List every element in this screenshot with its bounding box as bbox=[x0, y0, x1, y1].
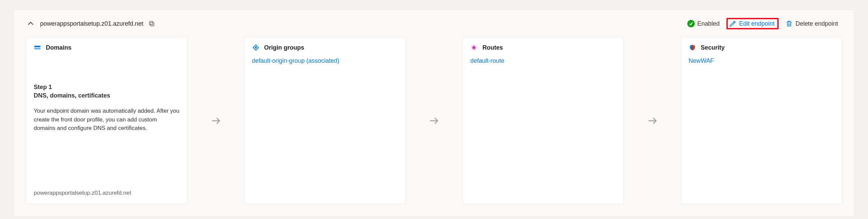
arrow-right-icon bbox=[210, 115, 221, 127]
check-circle-icon bbox=[687, 20, 695, 27]
origin-groups-body: default-origin-group (associated) bbox=[245, 56, 405, 204]
domains-card: Domains Step 1 DNS, domains, certificate… bbox=[26, 37, 187, 204]
routes-icon bbox=[470, 44, 478, 51]
copy-icon bbox=[148, 20, 155, 27]
security-title: Security bbox=[701, 44, 725, 51]
svg-rect-1 bbox=[150, 21, 153, 25]
security-policy-link[interactable]: NewWAF bbox=[689, 57, 714, 64]
security-card: Security NewWAF bbox=[681, 37, 842, 204]
trash-icon bbox=[785, 20, 793, 27]
card-header-security: Security bbox=[681, 38, 842, 56]
svg-rect-0 bbox=[151, 23, 154, 26]
routes-body: default-route bbox=[463, 56, 623, 204]
header-actions: Enabled Edit endpoint Delete endpoint bbox=[683, 18, 842, 29]
edit-endpoint-label: Edit endpoint bbox=[739, 20, 775, 27]
endpoint-panel: powerappsportalsetup.z01.azurefd.net Ena… bbox=[13, 9, 855, 217]
endpoint-name: powerappsportalsetup.z01.azurefd.net bbox=[40, 20, 143, 27]
step-title: DNS, domains, certificates bbox=[34, 92, 179, 99]
delete-endpoint-label: Delete endpoint bbox=[796, 20, 838, 27]
routes-title: Routes bbox=[482, 44, 503, 51]
flow-arrow bbox=[406, 37, 462, 204]
domains-body: Step 1 DNS, domains, certificates Your e… bbox=[26, 56, 187, 190]
origin-group-icon bbox=[252, 44, 260, 51]
origin-groups-card: Origin groups default-origin-group (asso… bbox=[244, 37, 406, 204]
security-body: NewWAF bbox=[681, 56, 842, 204]
svg-point-6 bbox=[255, 47, 257, 48]
copy-endpoint-button[interactable] bbox=[148, 20, 155, 27]
svg-point-9 bbox=[473, 46, 476, 49]
route-link[interactable]: default-route bbox=[470, 57, 504, 64]
security-icon bbox=[689, 44, 696, 51]
pencil-icon bbox=[729, 20, 737, 27]
domains-title: Domains bbox=[46, 44, 71, 51]
domains-footer-domain: powerappsportalsetup.z01.azurefd.net bbox=[26, 190, 187, 204]
flow-arrow bbox=[187, 37, 244, 204]
origin-group-link[interactable]: default-origin-group (associated) bbox=[252, 57, 339, 64]
edit-endpoint-button[interactable]: Edit endpoint bbox=[726, 18, 779, 29]
routes-card: Routes default-route bbox=[462, 37, 624, 204]
step-description: Your endpoint domain was automatically a… bbox=[34, 107, 179, 133]
chevron-up-icon bbox=[27, 20, 35, 28]
card-header-routes: Routes bbox=[463, 38, 623, 56]
step-label: Step 1 bbox=[34, 84, 179, 91]
card-header-domains: Domains bbox=[26, 38, 187, 56]
collapse-toggle[interactable] bbox=[26, 19, 35, 28]
status-label: Enabled bbox=[697, 20, 720, 27]
svg-rect-3 bbox=[34, 48, 40, 50]
status-badge: Enabled bbox=[683, 18, 724, 29]
svg-rect-2 bbox=[34, 46, 40, 48]
flow-arrow bbox=[624, 37, 681, 204]
cards-row: Domains Step 1 DNS, domains, certificate… bbox=[26, 37, 842, 204]
arrow-right-icon bbox=[647, 115, 658, 127]
header-left: powerappsportalsetup.z01.azurefd.net bbox=[26, 19, 155, 28]
domain-icon bbox=[34, 44, 41, 51]
arrow-right-icon bbox=[428, 115, 440, 127]
card-header-origin-groups: Origin groups bbox=[245, 38, 405, 56]
delete-endpoint-button[interactable]: Delete endpoint bbox=[781, 18, 842, 29]
origin-groups-title: Origin groups bbox=[264, 44, 304, 51]
endpoint-header: powerappsportalsetup.z01.azurefd.net Ena… bbox=[26, 18, 842, 29]
